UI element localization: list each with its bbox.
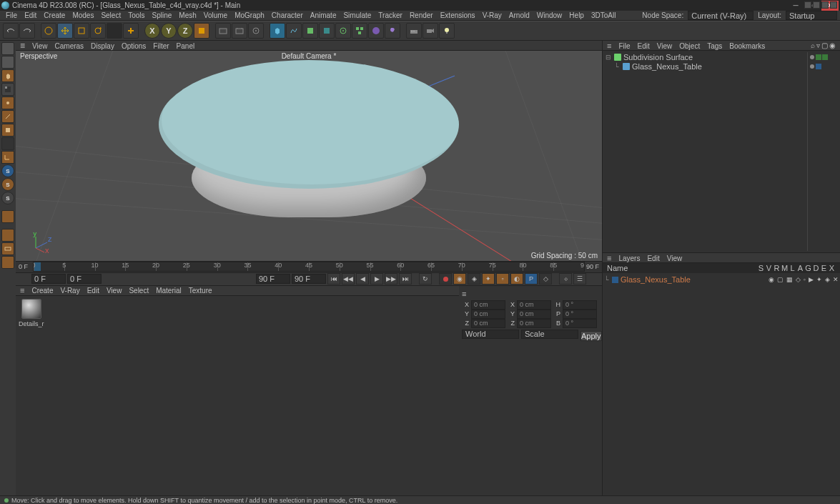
timeline[interactable]: 0 F 051015202530354045505560657075808590… [16,261,602,272]
mat-menu-material[interactable]: Material [156,287,182,295]
menu-3dtoall[interactable]: 3DToAll [591,11,616,19]
vp-ctrl-1[interactable] [804,1,811,9]
vp-ctrl-2[interactable] [813,1,820,9]
field[interactable] [335,23,351,39]
menu-arnold[interactable]: Arnold [509,11,530,19]
vp-ctrl-3[interactable] [821,1,829,9]
layers-menu-edit[interactable]: Edit [647,255,659,262]
vis-dot[interactable]: ▶ [809,276,814,283]
place-tool[interactable] [123,23,139,39]
menu-help[interactable]: Help [569,11,584,19]
menu-create[interactable]: Create [44,11,65,19]
obj-menu-bookmarks[interactable]: Bookmarks [729,42,765,50]
select-tool[interactable] [41,23,56,39]
render-settings[interactable] [248,23,264,39]
layers-menu-layers[interactable]: Layers [618,255,640,262]
vis-dot[interactable]: ◉ [769,276,774,283]
hamburger-icon[interactable]: ≡ [462,290,466,298]
snap-s3[interactable]: S [1,192,14,204]
view-menu-options[interactable]: Options [122,42,146,50]
tag-icon[interactable] [822,54,828,60]
menu-tools[interactable]: Tools [128,11,144,19]
hamburger-icon[interactable]: ≡ [20,41,25,51]
view-menu-display[interactable]: Display [91,42,114,50]
point-mode[interactable] [1,97,14,109]
tag-icon[interactable] [816,54,821,60]
view-menu-filter[interactable]: Filter [153,42,169,50]
render-region[interactable] [232,23,247,39]
recent-tool[interactable] [107,23,122,39]
menu-tracker[interactable]: Tracker [378,11,402,19]
menu-spline[interactable]: Spline [152,11,172,19]
view-icon[interactable]: ▢ [821,41,828,49]
obj-menu-object[interactable]: Object [679,42,700,50]
workplane-3[interactable] [1,256,14,269]
menu-simulate[interactable]: Simulate [343,11,371,19]
frame-end-field-2[interactable]: 90 F [292,274,326,284]
object-mode[interactable] [1,69,14,82]
rotate-tool[interactable] [90,23,106,39]
next-frame[interactable]: ▶▶ [385,273,397,285]
key-pos[interactable]: ✦ [482,273,495,285]
z-axis-lock[interactable]: Z [177,23,193,39]
obj-menu-file[interactable]: File [618,42,630,50]
snap-s2[interactable]: S [1,178,14,191]
frame-start-field[interactable]: 0 F [31,274,66,284]
camera[interactable] [423,23,438,39]
vis-dot[interactable]: ▦ [786,276,793,283]
vis-dot[interactable]: ✕ [833,276,839,283]
generator[interactable] [302,23,318,39]
deformer[interactable] [319,23,335,39]
vp-ctrl-4[interactable] [830,1,837,9]
menu-window[interactable]: Window [537,11,563,19]
mat-menu-view[interactable]: View [107,287,122,295]
visibility-dot[interactable] [810,64,814,69]
snap-s1[interactable]: S [1,164,14,177]
menu-volume[interactable]: Volume [204,11,227,19]
move-tool[interactable] [57,23,73,39]
x-axis-lock[interactable]: X [144,23,160,39]
snap-toggle[interactable] [1,210,14,223]
mat-menu-v-ray[interactable]: V-Ray [60,287,79,295]
goto-start[interactable]: ⏮ [327,273,340,285]
loop-toggle[interactable]: ↻ [419,273,432,285]
layers-menu-view[interactable]: View [667,255,683,262]
simulation[interactable] [385,23,400,39]
menu-animate[interactable]: Animate [310,11,337,19]
menu-file[interactable]: File [6,11,17,19]
obj-menu-edit[interactable]: Edit [638,42,650,50]
prev-frame[interactable]: ◀ [356,273,369,285]
cube-primitive[interactable] [270,23,285,39]
autokey[interactable]: ◉ [453,273,466,285]
record-button[interactable] [439,273,452,285]
vis-dot[interactable]: ◇ [796,276,801,283]
edge-mode[interactable] [1,110,14,123]
workplane-2[interactable] [1,242,14,255]
obj-menu-view[interactable]: View [657,42,673,50]
key-rot[interactable]: ◐ [510,273,523,285]
frame-current-field[interactable]: 0 F [67,274,102,284]
keyframe-sel[interactable]: ◈ [468,273,480,285]
scale-tool[interactable] [74,23,89,39]
minimize-button[interactable]: ─ [787,1,804,11]
layer-row[interactable]: └ Glass_Nexus_Table ◉ ▢ ▦ ◇ ◦ ▶ ✦ ◈ ✕ [604,275,839,285]
key-param[interactable]: P [525,273,538,285]
hamburger-icon[interactable]: ≡ [607,254,611,262]
menu-render[interactable]: Render [410,11,433,19]
pref-1[interactable]: ⟐ [559,273,572,285]
pref-2[interactable]: ☰ [573,273,586,285]
nodespace-dropdown[interactable]: Current (V-Ray) [688,11,753,20]
spline-tool[interactable] [286,23,302,39]
apply-button[interactable]: Apply [580,331,602,341]
view-menu-panel[interactable]: Panel [177,42,195,50]
key-scale[interactable]: ▫ [496,273,509,285]
menu-mograph[interactable]: MoGraph [234,11,265,19]
view-menu-view[interactable]: View [32,42,48,50]
object-tree[interactable]: ⊟Subdivision Surface└Glass_Nexus_Table [603,51,840,252]
texture-mode[interactable] [1,56,14,69]
redo-button[interactable] [19,23,35,39]
menu-edit[interactable]: Edit [24,11,36,19]
menu-extensions[interactable]: Extensions [440,11,475,19]
filter-icon[interactable]: ▿ [816,41,820,49]
menu-modes[interactable]: Modes [72,11,94,19]
